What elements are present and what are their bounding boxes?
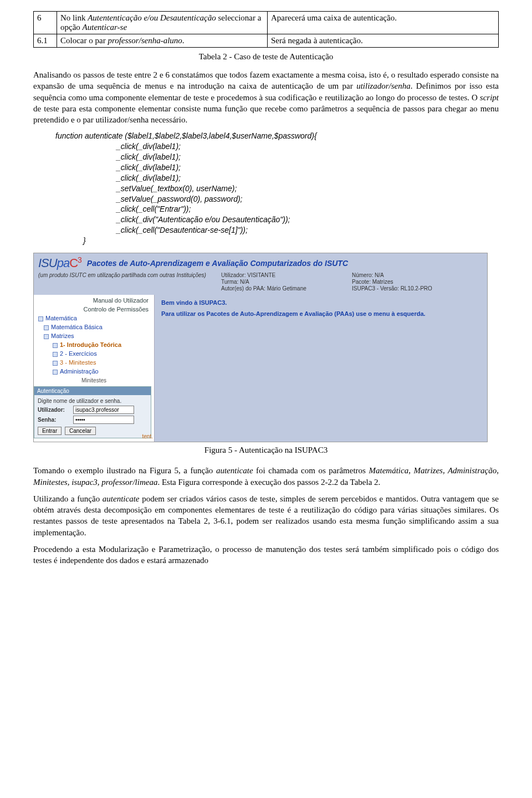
content-panel: Bem vindo à ISUPAC3. Para utilizar os Pa…	[155, 295, 487, 442]
sidebar-item-matbasica[interactable]: Matemática Básica	[34, 323, 154, 331]
embedded-screenshot: ISUpaC3 Pacotes de Auto-Aprendizagem e A…	[33, 253, 499, 442]
sidebar-item-matematica[interactable]: Matemática	[34, 314, 154, 323]
sidebar-item-admin[interactable]: Administração	[34, 367, 154, 376]
password-input[interactable]	[73, 416, 134, 424]
row-result: Será negada à autenticação.	[268, 34, 499, 48]
row-result: Aparecerá uma caixa de autenticação.	[268, 12, 499, 34]
test-case-table: 6 No link Autententicação e/ou Desautent…	[33, 11, 499, 48]
logo: ISUpaC3	[38, 255, 81, 270]
paragraph: Utilizando a função autenticate podem se…	[33, 493, 499, 538]
sidebar: Manual do Utilizador Controlo de Permiss…	[34, 295, 155, 442]
code-block: function autenticate ($label1,$label2,$l…	[55, 131, 499, 246]
figure-caption: Figura 5 - Autenticação na ISUPAC3	[33, 446, 499, 455]
row-num: 6.1	[34, 34, 57, 48]
username-input[interactable]	[73, 406, 134, 414]
tent-label: tent.	[142, 433, 153, 439]
password-label: Senha:	[38, 417, 73, 423]
sidebar-item-exerc[interactable]: 2 - Exercícios	[34, 349, 154, 358]
cancel-button[interactable]: Cancelar	[65, 427, 96, 435]
paragraph: Analisando os passos de teste entre 2 e …	[33, 69, 499, 125]
paragraph: Tomando o exemplo ilustrado na Figura 5,…	[33, 465, 499, 488]
expand-icon	[38, 316, 43, 321]
username-label: Utilizador:	[38, 407, 73, 413]
sidebar-link-permissoes[interactable]: Controlo de Permissões	[34, 305, 154, 314]
sidebar-item-matrizes[interactable]: Matrizes	[34, 331, 154, 340]
table-caption: Tabela 2 - Caso de teste de Autenticação	[33, 52, 499, 62]
expand-icon	[53, 361, 58, 366]
expand-icon	[53, 370, 58, 375]
row-desc: No link Autententicação e/ou Desautentic…	[57, 12, 268, 34]
auth-popup: Autenticação Digite nome de utilizador e…	[34, 386, 151, 438]
info-grid: Utilizador: VISITANTENúmero: N/A Turma: …	[221, 272, 483, 291]
instruction-text: Para utilizar os Pacotes de Auto-Aprendi…	[161, 310, 480, 317]
expand-icon	[53, 352, 58, 357]
row-desc: Colocar o par professor/senha-aluno.	[57, 34, 268, 48]
expand-icon	[53, 343, 58, 348]
row-num: 6	[34, 12, 57, 34]
banner-title: Pacotes de Auto-Aprendizagem e Avaliação…	[87, 259, 348, 268]
auth-message: Digite nome de utilizador e senha.	[38, 398, 147, 404]
sidebar-link-manual[interactable]: Manual do Utilizador	[34, 296, 154, 305]
auth-header: Autenticação	[34, 387, 151, 395]
sidebar-item-intro[interactable]: 1- Introdução Teórica	[34, 340, 154, 349]
sidebar-item-minitestes[interactable]: 3 - Minitestes	[34, 358, 154, 367]
sidebar-sub-minitestes: Minitestes	[34, 376, 154, 385]
welcome-text: Bem vindo à ISUPAC3.	[161, 299, 480, 306]
expand-icon	[44, 325, 49, 330]
login-button[interactable]: Entrar	[38, 427, 62, 435]
expand-icon	[44, 334, 49, 339]
paragraph: Procedendo a esta Modularização e Parame…	[33, 544, 499, 566]
banner-subtitle: (um produto ISUTC em utilização partilha…	[38, 272, 221, 291]
